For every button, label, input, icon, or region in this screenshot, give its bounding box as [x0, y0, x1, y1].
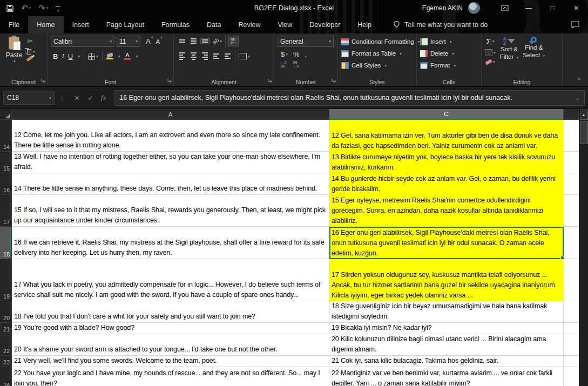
clear-dropdown-icon[interactable]: ▾ — [493, 59, 495, 64]
cell-C19[interactable]: 17 Siirden yoksun oldugunuz sey, kuskusu… — [329, 259, 564, 301]
cell-A17[interactable]: 15 If so, I will see to it that my mistr… — [12, 195, 329, 227]
row-header-18[interactable]: 18 — [0, 227, 12, 259]
merge-dropdown-icon[interactable]: ▾ — [248, 54, 250, 59]
clear-button[interactable]: ▾ — [485, 59, 496, 64]
middle-align-button[interactable] — [190, 37, 198, 45]
font-name-combo[interactable]: Calibri▾ — [51, 36, 114, 47]
customize-quick-access-button[interactable]: ▾ — [56, 5, 60, 12]
tab-page-layout[interactable]: Page Layout — [98, 16, 153, 33]
insert-cells-button[interactable]: Insert▾ — [420, 36, 479, 48]
format-as-table-button[interactable]: Format as Table▾ — [341, 48, 414, 59]
cell-D16-stub[interactable] — [564, 173, 579, 195]
column-header-d-stub[interactable] — [564, 109, 579, 120]
cell-A19[interactable]: 17 What you lack in poetry, you admitted… — [12, 259, 329, 301]
format-cells-button[interactable]: Format▾ — [420, 59, 479, 71]
minimize-button[interactable]: — — [517, 0, 540, 16]
cell-D14-stub[interactable] — [564, 120, 579, 152]
tab-view[interactable]: View — [269, 16, 301, 33]
bottom-align-button[interactable] — [201, 38, 209, 44]
increase-decimal-button[interactable]: ←.0.00 — [280, 60, 287, 68]
cell-A24[interactable]: 22 You have your logic and I have mine, … — [12, 367, 329, 386]
row-header-23[interactable]: 23 — [0, 356, 12, 367]
cell-D15-stub[interactable] — [564, 152, 579, 173]
decrease-font-size-button[interactable]: A▼ — [156, 38, 160, 45]
find-select-button[interactable]: Find & Select ▾ — [523, 36, 545, 78]
number-dialog-launcher[interactable] — [332, 75, 336, 85]
cell-C21[interactable]: 19 Bicakla iyi misin? Ne kadar iyi? — [329, 323, 564, 334]
fill-color-dropdown-icon[interactable]: ▾ — [118, 54, 120, 59]
vertical-scrollbar[interactable]: ▲ — [579, 109, 588, 386]
cell-A21[interactable]: 19 You're good with a blade? How good? — [12, 323, 329, 334]
cell-D21-stub[interactable] — [564, 323, 579, 334]
name-box[interactable]: C18▾ — [3, 91, 55, 105]
cell-A14[interactable]: 12 Come, let me join you. Like all actor… — [12, 120, 329, 152]
cell-A20[interactable]: 18 I've told you that I don't care a whi… — [12, 301, 329, 323]
format-painter-button[interactable] — [25, 57, 35, 60]
close-button[interactable]: ✕ — [564, 0, 588, 16]
confirm-entry-button[interactable]: ✓ — [87, 94, 93, 102]
user-avatar[interactable] — [468, 2, 480, 14]
underline-dropdown-icon[interactable]: ▾ — [78, 54, 80, 59]
tab-insert[interactable]: Insert — [64, 16, 98, 33]
percent-style-button[interactable]: % — [293, 50, 300, 58]
clipboard-dialog-launcher[interactable] — [41, 75, 45, 85]
copy-button[interactable]: ▾ — [25, 48, 35, 55]
row-header-22[interactable]: 22 — [0, 334, 12, 356]
cell-C18-selected[interactable]: 16 Eger onu geri alabilirsek, Sigil Play… — [329, 227, 564, 259]
decrease-decimal-button[interactable]: .00→.0 — [292, 60, 299, 68]
select-all-button[interactable] — [0, 109, 12, 120]
formula-bar-divider-icon[interactable]: ⋮ — [58, 94, 65, 102]
copy-dropdown-icon[interactable]: ▾ — [33, 49, 35, 54]
undo-dropdown-icon[interactable]: ▾ — [29, 6, 31, 10]
top-align-button[interactable] — [178, 38, 186, 44]
tab-file[interactable]: File — [0, 16, 28, 33]
cell-A18[interactable]: 16 If we can retrieve it, Raelis Shai, m… — [12, 227, 329, 259]
cell-A22[interactable]: 20 It's a shame your sword arm is attach… — [12, 334, 329, 356]
save-button[interactable] — [6, 5, 13, 12]
accounting-dropdown-icon[interactable]: ▾ — [286, 52, 288, 57]
insert-function-button[interactable]: fx — [101, 93, 106, 102]
tab-help[interactable]: Help — [349, 16, 380, 33]
column-header-a[interactable]: A — [12, 109, 329, 120]
undo-button[interactable]: ↶▾ — [21, 3, 31, 13]
cell-C15[interactable]: 13 Birlikte curumeye niyetim yok, boylec… — [329, 152, 564, 173]
underline-button[interactable]: U — [68, 52, 73, 60]
cell-D24-stub[interactable] — [564, 367, 579, 386]
scroll-up-button[interactable]: ▲ — [580, 110, 588, 120]
cell-A23[interactable]: 21 Very well, we'll find you some swords… — [12, 356, 329, 367]
maximize-button[interactable]: □ — [540, 0, 564, 16]
cell-C14[interactable]: 12 Gel, sana katilmama izin ver. Tum akt… — [329, 120, 564, 152]
row-header-21[interactable]: 21 — [0, 323, 12, 334]
row-header-19[interactable]: 19 — [0, 259, 12, 301]
borders-button[interactable]: ▾ — [88, 53, 98, 60]
cell-styles-button[interactable]: Cell Styles▾ — [341, 59, 414, 71]
cell-D23-stub[interactable] — [564, 356, 579, 367]
cell-C20[interactable]: 18 Size guvenliginiz icin bir beyaz umur… — [329, 301, 564, 323]
cell-C16[interactable]: 14 Bu gunlerde hicbir seyde cok az anlam… — [329, 173, 564, 195]
expand-formula-bar-icon[interactable]: ⌄ — [571, 95, 580, 101]
row-header-17[interactable]: 17 — [0, 195, 12, 227]
cell-C23[interactable]: 21 Cok iyi, sana kilic bulacagiz. Takima… — [329, 356, 564, 367]
conditional-formatting-button[interactable]: Conditional Formatting▾ — [341, 36, 414, 48]
ribbon-display-options-button[interactable] — [493, 0, 517, 16]
tab-developer[interactable]: Developer — [301, 16, 349, 33]
redo-dropdown-icon[interactable]: ▾ — [46, 6, 49, 10]
borders-dropdown-icon[interactable]: ▾ — [96, 54, 98, 59]
alignment-dialog-launcher[interactable] — [268, 75, 272, 85]
cut-button[interactable]: ✂ — [25, 37, 35, 45]
tab-review[interactable]: Review — [229, 16, 269, 33]
cell-D19-stub[interactable] — [564, 259, 579, 301]
number-format-combo[interactable]: General▾ — [278, 36, 334, 47]
paste-dropdown-icon[interactable]: ▾ — [4, 59, 25, 64]
user-name[interactable]: Egemen AKIN — [422, 4, 463, 12]
align-center-button[interactable] — [190, 51, 198, 61]
cell-D20-stub[interactable] — [564, 301, 579, 323]
row-header-24[interactable]: 24 — [0, 367, 12, 386]
row-header-20[interactable]: 20 — [0, 301, 12, 323]
tab-data[interactable]: Data — [198, 16, 229, 33]
align-left-button[interactable] — [178, 51, 186, 61]
cell-D18-stub[interactable] — [564, 227, 579, 259]
merge-center-button[interactable]: ↔▾ — [239, 53, 250, 59]
delete-cells-button[interactable]: Delete▾ — [420, 48, 479, 59]
tab-home[interactable]: Home — [28, 16, 63, 33]
